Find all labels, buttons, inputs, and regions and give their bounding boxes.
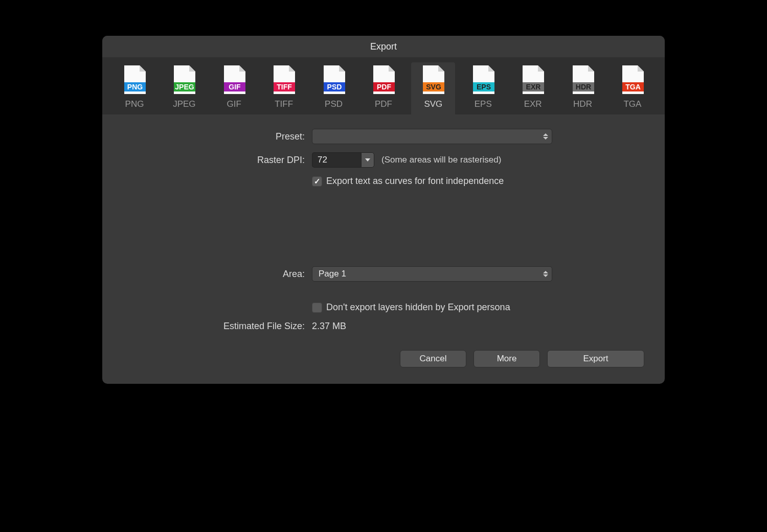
raster-dpi-input[interactable] bbox=[312, 152, 361, 168]
file-hdr-icon: HDR bbox=[571, 65, 595, 95]
format-tab-png[interactable]: PNG PNG bbox=[112, 62, 156, 114]
area-value: Page 1 bbox=[319, 269, 346, 279]
titlebar: Export bbox=[102, 36, 665, 57]
svg-text:GIF: GIF bbox=[229, 83, 241, 91]
format-tab-pdf[interactable]: PDF PDF bbox=[362, 62, 405, 114]
dont-export-hidden-label: Don't export layers hidden by Export per… bbox=[326, 302, 510, 313]
dont-export-hidden-checkbox[interactable] bbox=[312, 303, 322, 313]
svg-text:HDR: HDR bbox=[575, 83, 591, 91]
file-psd-icon: PSD bbox=[322, 65, 346, 95]
export-button[interactable]: Export bbox=[547, 350, 644, 367]
format-tab-gif[interactable]: GIF GIF bbox=[212, 62, 256, 114]
area-popup[interactable]: Page 1 bbox=[312, 266, 552, 282]
chevron-down-icon[interactable] bbox=[361, 152, 374, 168]
format-tab-label: PNG bbox=[125, 99, 144, 109]
export-text-curves-checkbox[interactable] bbox=[312, 176, 322, 187]
format-tab-label: TIFF bbox=[275, 99, 293, 109]
file-tga-icon: TGA bbox=[620, 65, 645, 95]
cancel-button[interactable]: Cancel bbox=[400, 350, 466, 367]
format-tab-label: GIF bbox=[227, 99, 241, 109]
chevron-up-down-icon bbox=[542, 131, 550, 142]
row-raster-dpi: Raster DPI: (Some areas will be rasteris… bbox=[123, 152, 644, 168]
chevron-up-down-icon bbox=[542, 268, 550, 280]
svg-text:SVG: SVG bbox=[426, 83, 442, 91]
file-jpeg-icon: JPEG bbox=[172, 65, 196, 95]
row-estimated-size: Estimated File Size: 2.37 MB bbox=[123, 321, 644, 332]
file-exr-icon: EXR bbox=[521, 65, 545, 95]
format-tab-label: JPEG bbox=[173, 99, 195, 109]
file-svg-icon: SVG bbox=[421, 65, 445, 95]
format-tab-label: PDF bbox=[375, 99, 392, 109]
format-tab-tiff[interactable]: TIFF TIFF bbox=[262, 62, 306, 114]
format-tab-label: HDR bbox=[573, 99, 592, 109]
export-text-curves-checkbox-row[interactable]: Export text as curves for font independe… bbox=[312, 176, 504, 187]
raster-dpi-label: Raster DPI: bbox=[123, 155, 312, 166]
svg-text:PSD: PSD bbox=[327, 83, 342, 91]
preset-popup[interactable] bbox=[312, 129, 552, 144]
svg-text:PNG: PNG bbox=[127, 83, 143, 91]
format-tab-eps[interactable]: EPS EPS bbox=[461, 62, 505, 114]
preset-label: Preset: bbox=[123, 131, 312, 142]
svg-text:EPS: EPS bbox=[477, 83, 491, 91]
format-toolbar: PNG PNG JPEG JPEG GIF GIF TIFF TIFF PSD … bbox=[102, 57, 665, 114]
svg-text:EXR: EXR bbox=[526, 83, 541, 91]
format-tab-label: EPS bbox=[475, 99, 492, 109]
more-button[interactable]: More bbox=[473, 350, 540, 367]
export-text-curves-label: Export text as curves for font independe… bbox=[326, 176, 504, 187]
format-tab-label: SVG bbox=[424, 99, 442, 109]
format-tab-psd[interactable]: PSD PSD bbox=[312, 62, 356, 114]
file-eps-icon: EPS bbox=[471, 65, 495, 95]
export-dialog: Export PNG PNG JPEG JPEG GIF GIF TIFF TI… bbox=[102, 36, 665, 384]
format-tab-tga[interactable]: TGA TGA bbox=[611, 62, 655, 114]
format-tab-label: PSD bbox=[325, 99, 343, 109]
estimated-size-value: 2.37 MB bbox=[312, 321, 346, 332]
format-tab-hdr[interactable]: HDR HDR bbox=[561, 62, 605, 114]
file-pdf-icon: PDF bbox=[371, 65, 396, 95]
footer-buttons: Cancel More Export bbox=[123, 340, 644, 372]
file-png-icon: PNG bbox=[122, 65, 147, 95]
row-preset: Preset: bbox=[123, 129, 644, 144]
window-title: Export bbox=[370, 41, 397, 52]
format-tab-jpeg[interactable]: JPEG JPEG bbox=[162, 62, 206, 114]
format-tab-label: EXR bbox=[524, 99, 542, 109]
area-label: Area: bbox=[123, 269, 312, 280]
format-tab-label: TGA bbox=[623, 99, 641, 109]
file-gif-icon: GIF bbox=[222, 65, 246, 95]
dont-export-hidden-checkbox-row[interactable]: Don't export layers hidden by Export per… bbox=[312, 302, 510, 313]
raster-dpi-combo[interactable] bbox=[312, 152, 374, 168]
format-tab-svg[interactable]: SVG SVG bbox=[411, 62, 455, 114]
estimated-size-label: Estimated File Size: bbox=[123, 321, 312, 332]
svg-text:TGA: TGA bbox=[625, 83, 641, 91]
svg-text:PDF: PDF bbox=[377, 83, 391, 91]
row-export-text-curves: Export text as curves for font independe… bbox=[123, 176, 644, 187]
row-dont-export-hidden: Don't export layers hidden by Export per… bbox=[123, 302, 644, 313]
format-tab-exr[interactable]: EXR EXR bbox=[511, 62, 555, 114]
dialog-body: Preset: Raster DPI: (Some areas will be … bbox=[102, 114, 665, 384]
raster-dpi-hint: (Some areas will be rasterised) bbox=[381, 155, 501, 165]
file-tiff-icon: TIFF bbox=[272, 65, 296, 95]
svg-text:JPEG: JPEG bbox=[175, 83, 194, 91]
row-area: Area: Page 1 bbox=[123, 266, 644, 282]
svg-text:TIFF: TIFF bbox=[277, 83, 292, 91]
